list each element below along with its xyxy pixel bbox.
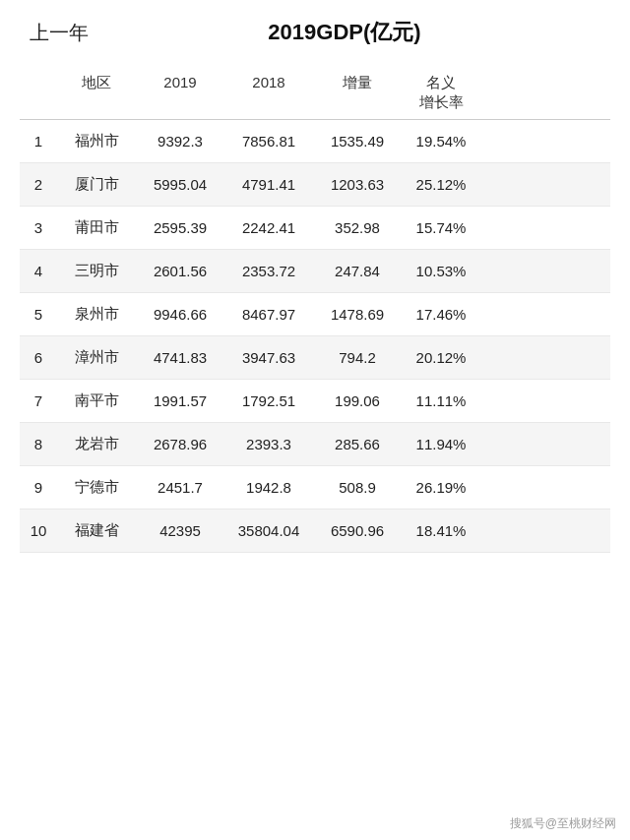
col-header-growth: 名义 增长率 — [402, 73, 480, 111]
cell-2019: 9946.66 — [136, 306, 224, 323]
cell-region: 泉州市 — [57, 305, 136, 324]
cell-rank: 5 — [20, 306, 57, 323]
cell-2018: 2242.41 — [224, 219, 313, 236]
cell-increase: 6590.96 — [313, 522, 402, 539]
header-left: 上一年 — [30, 20, 89, 46]
cell-2018: 8467.97 — [224, 306, 313, 323]
table-row: 6 漳州市 4741.83 3947.63 794.2 20.12% — [20, 336, 610, 380]
cell-2018: 3947.63 — [224, 349, 313, 366]
table-row: 5 泉州市 9946.66 8467.97 1478.69 17.46% — [20, 293, 610, 336]
cell-region: 莆田市 — [57, 218, 136, 237]
cell-rank: 7 — [20, 392, 57, 409]
cell-rank: 1 — [20, 133, 57, 150]
cell-2018: 4791.41 — [224, 176, 313, 193]
data-table: 地区 2019 2018 增量 名义 增长率 1 福州市 9392.3 7856… — [20, 65, 610, 553]
cell-growth: 20.12% — [402, 349, 480, 366]
table-row: 9 宁德市 2451.7 1942.8 508.9 26.19% — [20, 466, 610, 510]
cell-2018: 1792.51 — [224, 392, 313, 409]
cell-2018: 1942.8 — [224, 479, 313, 496]
cell-region: 三明市 — [57, 262, 136, 280]
cell-2018: 7856.81 — [224, 133, 313, 150]
watermark: 搜狐号@至桃财经网 — [510, 815, 616, 832]
cell-2019: 2595.39 — [136, 219, 224, 236]
cell-rank: 8 — [20, 436, 57, 452]
cell-increase: 1203.63 — [313, 176, 402, 193]
cell-growth: 25.12% — [402, 176, 480, 193]
cell-rank: 2 — [20, 176, 57, 193]
cell-region: 南平市 — [57, 391, 136, 410]
cell-region: 宁德市 — [57, 478, 136, 497]
cell-growth: 15.74% — [402, 219, 480, 236]
cell-region: 龙岩市 — [57, 435, 136, 453]
table-row: 10 福建省 42395 35804.04 6590.96 18.41% — [20, 510, 610, 553]
cell-growth: 17.46% — [402, 306, 480, 323]
cell-increase: 508.9 — [313, 479, 402, 496]
cell-rank: 10 — [20, 522, 57, 539]
cell-growth: 11.11% — [402, 392, 480, 409]
cell-increase: 794.2 — [313, 349, 402, 366]
cell-2019: 5995.04 — [136, 176, 224, 193]
cell-increase: 1535.49 — [313, 133, 402, 150]
table-row: 7 南平市 1991.57 1792.51 199.06 11.11% — [20, 380, 610, 423]
cell-increase: 1478.69 — [313, 306, 402, 323]
table-row: 3 莆田市 2595.39 2242.41 352.98 15.74% — [20, 207, 610, 250]
col-header-2019: 2019 — [136, 73, 224, 111]
col-header-2018: 2018 — [224, 73, 313, 111]
cell-rank: 9 — [20, 479, 57, 496]
cell-2019: 4741.83 — [136, 349, 224, 366]
cell-2019: 2451.7 — [136, 479, 224, 496]
cell-region: 漳州市 — [57, 348, 136, 367]
cell-rank: 6 — [20, 349, 57, 366]
cell-growth: 10.53% — [402, 263, 480, 279]
col-header-rank — [20, 73, 57, 111]
table-header: 地区 2019 2018 增量 名义 增长率 — [20, 65, 610, 120]
table-row: 4 三明市 2601.56 2353.72 247.84 10.53% — [20, 250, 610, 293]
cell-region: 厦门市 — [57, 175, 136, 194]
cell-rank: 3 — [20, 219, 57, 236]
cell-2019: 2601.56 — [136, 263, 224, 279]
cell-growth: 19.54% — [402, 133, 480, 150]
cell-growth: 26.19% — [402, 479, 480, 496]
cell-region: 福建省 — [57, 521, 136, 540]
page-title: 2019GDP(亿元) — [89, 18, 600, 47]
cell-2018: 35804.04 — [224, 522, 313, 539]
col-header-increase: 增量 — [313, 73, 402, 111]
table-body: 1 福州市 9392.3 7856.81 1535.49 19.54% 2 厦门… — [20, 120, 610, 553]
table-row: 2 厦门市 5995.04 4791.41 1203.63 25.12% — [20, 163, 610, 207]
cell-growth: 18.41% — [402, 522, 480, 539]
cell-2019: 42395 — [136, 522, 224, 539]
cell-increase: 285.66 — [313, 436, 402, 452]
col-header-region: 地区 — [57, 73, 136, 111]
cell-region: 福州市 — [57, 132, 136, 150]
cell-2019: 2678.96 — [136, 436, 224, 452]
cell-increase: 352.98 — [313, 219, 402, 236]
cell-increase: 247.84 — [313, 263, 402, 279]
cell-2018: 2353.72 — [224, 263, 313, 279]
cell-increase: 199.06 — [313, 392, 402, 409]
header-area: 上一年 2019GDP(亿元) — [0, 18, 630, 47]
cell-2018: 2393.3 — [224, 436, 313, 452]
table-row: 1 福州市 9392.3 7856.81 1535.49 19.54% — [20, 120, 610, 163]
cell-growth: 11.94% — [402, 436, 480, 452]
cell-rank: 4 — [20, 263, 57, 279]
cell-2019: 9392.3 — [136, 133, 224, 150]
page-wrapper: 上一年 2019GDP(亿元) 地区 2019 2018 增量 名义 增长率 1… — [0, 0, 630, 840]
cell-2019: 1991.57 — [136, 392, 224, 409]
table-row: 8 龙岩市 2678.96 2393.3 285.66 11.94% — [20, 423, 610, 466]
